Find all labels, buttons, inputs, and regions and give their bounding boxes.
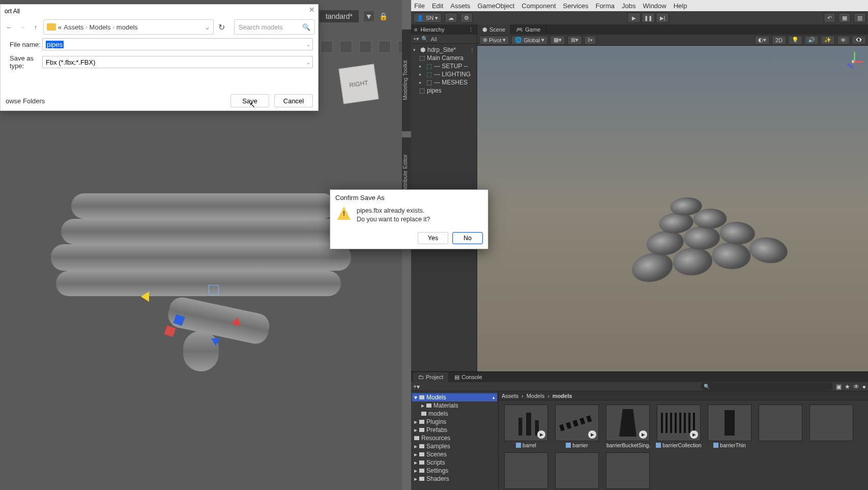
saveas-type-field[interactable]: Fbx (*.fbx;*.FBX) ⌄ [42,56,313,68]
search-input[interactable]: Search models 🔍 [234,19,315,35]
scene-view[interactable]: ⬢ Scene 🎮 Game ⊕Pivot▾ 🌐Global▾ ▦▾ ⊞▾ ⫴▾… [477,24,868,371]
play-preview-icon[interactable]: ▶ [690,430,698,439]
browse-folders-link[interactable]: owse Folders [6,97,45,105]
shelf-icon[interactable] [379,41,391,53]
menu-component[interactable]: Component [522,2,556,10]
filter-button[interactable]: ▣ [836,383,842,390]
grid-toggle[interactable]: ▦▾ [550,36,565,45]
refresh-button[interactable]: ↻ [216,22,227,32]
menu-help[interactable]: Help [674,2,687,10]
no-button[interactable]: No [452,232,483,244]
project-folder[interactable]: Plugins [426,418,446,425]
project-folder[interactable]: Models [426,394,446,401]
undo-history-button[interactable]: ↶ [824,13,835,23]
asset-item[interactable]: barrierThin [706,405,753,448]
play-preview-icon[interactable]: ▶ [639,430,647,439]
scene-canvas[interactable] [477,46,868,371]
project-tree[interactable]: ▾Models▴ ▸Materials models ▸Plugins ▸Pre… [411,391,499,490]
slider-icon[interactable]: ● [862,383,866,390]
step-button[interactable]: ▶| [656,13,669,23]
save-dialog-titlebar[interactable]: ort All ✕ [1,5,318,18]
gizmo-y-arrow[interactable] [211,338,220,346]
menu-assets[interactable]: Assets [450,2,470,10]
layers-dropdown[interactable]: ▦ [838,13,851,23]
hierarchy-item[interactable]: --- SETUP -- [434,63,468,70]
tab-game[interactable]: 🎮 Game [511,24,546,35]
hierarchy-item[interactable]: Main Camera [427,54,464,62]
hidden-button[interactable]: 👁 [853,383,859,390]
asset-item[interactable] [757,405,804,448]
project-folder[interactable]: models [428,410,448,417]
asset-grid[interactable]: ▶ barrel ▶ barrier ▶ barrierBucketSing..… [499,400,868,490]
nav-forward-button[interactable]: → [17,21,28,33]
settings-button[interactable]: ⚙ [460,13,473,23]
menu-window[interactable]: Window [643,2,666,10]
menu-gameobject[interactable]: GameObject [477,2,514,10]
asset-item[interactable]: ▶ barrierCollection [655,405,702,448]
yes-button[interactable]: Yes [418,232,448,244]
snap-toggle[interactable]: ⊞▾ [567,36,582,45]
play-button[interactable]: ▶ [627,13,641,23]
asset-item[interactable] [503,452,549,489]
hierarchy-tab[interactable]: ≡Hierarchy ⋮ [411,24,477,35]
project-folder[interactable]: Scenes [426,451,447,458]
breadcrumb-part[interactable]: Assets [502,393,518,399]
maya-workspace-label[interactable]: tandard* [320,10,359,22]
asset-item[interactable]: ▶ barrierBucketSing... [604,405,651,448]
breadcrumb-part[interactable]: models [553,393,572,399]
shelf-icon[interactable] [359,41,371,53]
tab-scene[interactable]: ⬢ Scene [477,24,511,35]
breadcrumb[interactable]: « Assets › Models › models ⌄ [43,19,214,35]
gizmo-x-arrow[interactable] [141,292,149,302]
asset-item[interactable] [808,405,855,448]
shelf-icon[interactable] [340,41,352,53]
hierarchy-filter-all[interactable]: All [430,36,437,42]
shelf-icon[interactable] [321,41,333,53]
modeling-toolkit-tab[interactable]: Modeling Toolkit [402,30,411,131]
hierarchy-tree[interactable]: ▾⬢hdrp_Site*⋮ ⬚Main Camera ▸⬚--- SETUP -… [411,44,477,97]
tab-project[interactable]: 🗀 Project [413,372,448,382]
tab-console[interactable]: ▤ Console [449,372,487,382]
menu-jobs[interactable]: Jobs [622,2,635,10]
chevron-down-icon[interactable]: ⌄ [205,23,210,31]
menu-forma[interactable]: Forma [595,2,615,10]
hierarchy-item[interactable]: --- MESHES [434,79,468,86]
hierarchy-item[interactable]: --- LIGHTING [434,71,471,78]
gizmos-toggle[interactable]: 👁 [837,36,850,45]
maya-workspace-dropdown-icon[interactable]: ▼ [364,11,374,21]
cancel-button[interactable]: Cancel [274,94,313,107]
add-button[interactable]: +▾ [413,383,420,390]
favorites-button[interactable]: ★ [845,383,850,390]
menu-edit[interactable]: Edit [432,2,443,10]
viewcube[interactable]: RIGHT [338,64,379,104]
nav-up-button[interactable]: ↑ [30,21,41,33]
2d-toggle[interactable]: 2D [772,36,786,45]
project-folder[interactable]: Resources [421,435,450,442]
asset-item[interactable] [604,452,651,489]
layout-dropdown[interactable]: ▥ [854,13,866,23]
panel-menu-icon[interactable]: ⋮ [468,26,474,33]
breadcrumb-part[interactable]: Models [527,393,544,399]
menu-file[interactable]: File [414,2,425,10]
save-button[interactable]: Save [230,94,269,107]
asset-item[interactable]: ▶ barrier [554,405,600,448]
chevron-down-icon[interactable]: ⌄ [306,60,310,65]
project-folder[interactable]: Scripts [426,459,445,466]
menu-services[interactable]: Services [563,2,589,10]
lighting-toggle[interactable]: 💡 [788,36,802,45]
lock-icon[interactable]: 🔒 [379,12,388,20]
asset-item[interactable]: ▶ barrel [503,405,549,448]
pivot-toggle[interactable]: ⊕Pivot▾ [479,36,509,45]
account-dropdown[interactable]: 👤 SN ▾ [413,13,442,23]
close-icon[interactable]: ✕ [309,6,315,14]
asset-item[interactable] [554,452,600,489]
hidden-toggle[interactable]: 👁‍🗨 [852,36,866,45]
nav-back-button[interactable]: ← [4,21,15,33]
project-folder[interactable]: Settings [426,467,448,474]
scene-orientation-gizmo[interactable] [843,51,863,71]
cloud-button[interactable]: ☁ [445,13,457,23]
shading-mode[interactable]: ◐▾ [755,36,770,45]
breadcrumb-part[interactable]: Assets [64,23,83,31]
project-folder[interactable]: Shaders [426,475,449,482]
audio-toggle[interactable]: 🔊 [804,36,819,45]
